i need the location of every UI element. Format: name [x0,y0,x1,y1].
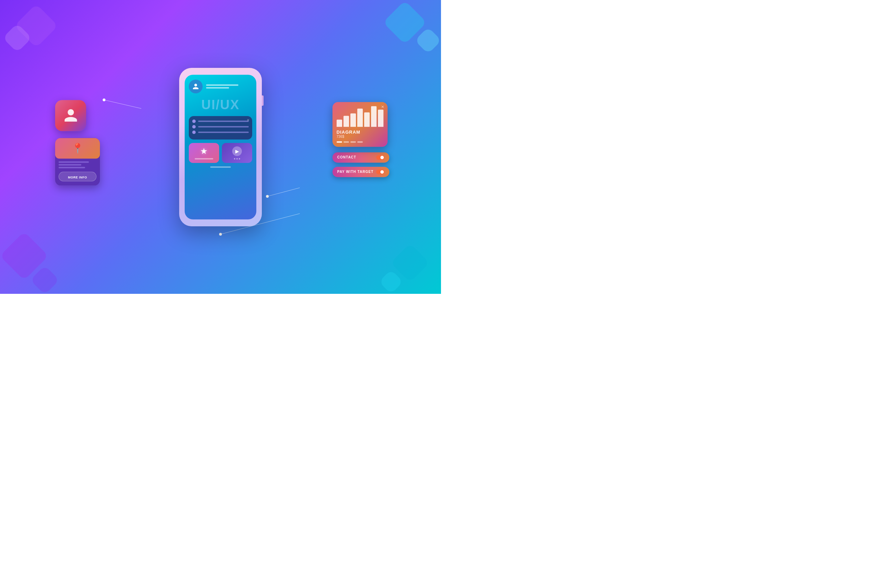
bar-chart-bar [337,120,342,127]
star-icon: ★ [200,146,208,156]
text-line [58,167,85,168]
bar-chart-bar [364,112,370,127]
header-line [206,87,229,88]
diagram-dot [350,141,356,142]
toggle-thumb [380,156,384,159]
bar-chart-bar [344,116,349,127]
uiux-label: UI/UX [189,98,252,111]
list-dot [192,120,196,123]
list-dot [192,130,196,134]
header-lines [206,84,252,88]
list-bar [198,120,249,122]
list-card: ✕ [189,116,252,140]
svg-point-1 [103,99,105,101]
diagram-card: ✕ DIAGRAM 736$ [333,102,388,147]
pay-with-target-button[interactable]: PAY WITH TARGET [333,167,389,177]
bottom-cards-row: ★ ▶ [189,143,252,163]
diagram-dot [344,141,349,142]
star-progress-bar [195,158,213,159]
map-pin-icon: 📍 [72,142,84,154]
play-icon: ▶ [232,146,242,156]
map-image: 📍 [55,138,100,159]
diagram-dot [357,141,363,142]
action-buttons: CONTACT PAY WITH TARGET [333,152,389,177]
diagram-close-button[interactable]: ✕ [381,105,384,109]
list-item [192,130,249,134]
right-panel: ✕ DIAGRAM 736$ [333,102,389,177]
pay-label: PAY WITH TARGET [337,170,374,174]
phone-side-button [262,95,264,106]
contact-button[interactable]: CONTACT [333,152,389,163]
diagram-value: 736$ [337,135,384,138]
pay-toggle[interactable] [376,170,384,174]
user-icon [63,108,78,123]
more-info-label: MORE INFO [68,176,87,179]
list-bar [198,132,249,133]
contact-toggle[interactable] [376,155,384,160]
star-card: ★ [189,143,219,163]
diagram-dot [337,141,342,142]
text-line [58,164,81,165]
phone-screen: UI/UX ✕ [184,75,256,219]
background: 📍 MORE INFO [0,0,441,294]
play-dot [239,158,240,159]
text-line [58,161,89,163]
svg-line-0 [104,100,141,108]
diagram-title: DIAGRAM [337,129,384,135]
svg-point-3 [266,195,269,198]
list-dot [192,125,196,129]
bar-chart-bar [350,113,356,127]
svg-point-5 [219,233,222,236]
list-item [192,120,249,123]
bar-chart-bar [378,110,384,127]
play-dot [234,158,236,159]
diagram-bars [337,106,384,127]
contact-label: CONTACT [337,155,374,159]
info-card: 📍 MORE INFO [55,138,100,185]
toggle-thumb [380,170,384,174]
home-indicator [210,166,231,168]
bar-chart-bar [371,106,376,127]
bar-chart-bar [357,108,363,127]
svg-line-2 [267,188,300,196]
list-item [192,125,249,129]
more-info-button[interactable]: MORE INFO [58,171,96,181]
phone-top-bar [189,80,252,93]
left-cards-panel: 📍 MORE INFO [55,100,100,185]
play-card[interactable]: ▶ [222,143,252,163]
list-close-button[interactable]: ✕ [247,118,249,122]
avatar-icon [192,82,200,91]
phone-avatar [189,80,202,93]
main-layout: 📍 MORE INFO [0,0,441,294]
play-dots [234,158,240,159]
header-line [206,84,238,86]
play-dot [236,158,238,159]
diagram-indicators [337,141,384,142]
info-card-lines [55,161,100,168]
phone-mockup: UI/UX ✕ [179,68,262,226]
profile-card[interactable] [55,100,86,131]
list-bar [198,126,249,128]
